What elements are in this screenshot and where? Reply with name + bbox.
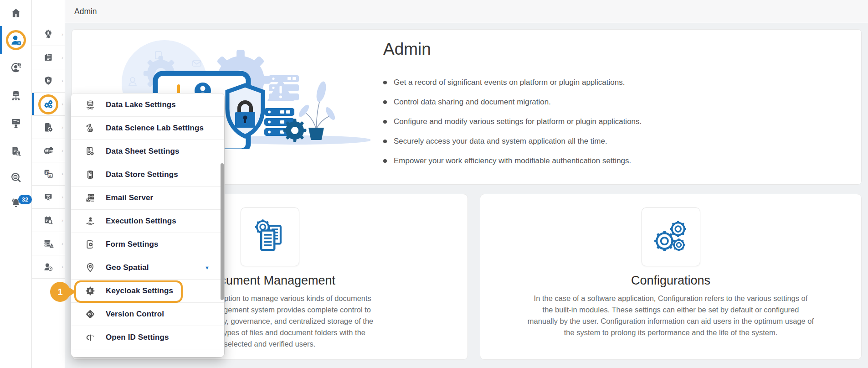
sidebar-item-language[interactable]: 3TA›	[32, 162, 65, 186]
partial-item-icon	[85, 355, 96, 357]
invoice-icon	[43, 52, 54, 63]
menu-item-keycloak-settings[interactable]: Keycloak Settings	[71, 280, 224, 303]
data-science-lab-icon	[85, 123, 96, 134]
sidebar-item-certificates[interactable]: ›	[32, 186, 65, 209]
menu-item-data-lake-settings[interactable]: Data Lake Settings	[71, 93, 224, 117]
step-badge: 1	[50, 282, 70, 302]
admin-page: Admin Admin Get a record of significant …	[0, 0, 868, 368]
chevron-right-icon: ›	[62, 55, 63, 60]
menu-item-label: Data Store Settings	[106, 170, 178, 179]
menu-item-label: Form Settings	[106, 240, 159, 249]
execution-settings-icon	[85, 216, 96, 227]
module-icon-tile	[241, 207, 299, 266]
keycloak-icon	[85, 285, 96, 296]
sidebar-item-home[interactable]	[0, 3, 32, 23]
chevron-down-icon[interactable]: ▼	[205, 265, 210, 270]
svg-text:A: A	[49, 174, 52, 178]
module-card-title: Configurations	[480, 274, 861, 288]
user-settings-icon	[10, 34, 22, 47]
menu-item-version-control[interactable]: Version Control	[71, 303, 224, 326]
menu-item-label: Data Sheet Settings	[106, 147, 180, 156]
module-icon-tile	[642, 207, 700, 266]
version-control-icon	[85, 309, 96, 320]
module-card-description: In the case of a software application, C…	[480, 293, 861, 338]
menu-item-open-id-settings[interactable]: Open ID Settings	[71, 326, 224, 349]
data-lake-icon	[85, 99, 96, 110]
sidebar-item-data-network[interactable]	[0, 86, 32, 106]
chevron-right-icon: ›	[62, 78, 63, 83]
chevron-right-icon: ›	[62, 194, 63, 200]
configurations-icon	[652, 218, 689, 256]
data-sheet-icon	[85, 146, 96, 157]
presentation-team-icon	[10, 117, 22, 129]
chevron-right-icon: ›	[62, 264, 63, 270]
description-line: manually by the user. Configuration info…	[480, 316, 861, 327]
database-search-icon	[10, 171, 22, 183]
data-store-icon	[85, 169, 96, 180]
page-title: Admin	[74, 0, 97, 23]
settings-gears-icon	[43, 98, 54, 109]
file-gear-icon	[43, 122, 54, 133]
menu-item-label: Keycloak Settings	[106, 286, 173, 295]
sidebar-item-user-settings[interactable]	[0, 30, 32, 50]
description-line: the built-in modules. These settings can…	[480, 304, 861, 316]
menu-item-geo-spatial[interactable]: Geo Spatial▼	[71, 256, 224, 280]
chevron-right-icon: ›	[62, 31, 63, 37]
user-info-icon	[10, 62, 22, 74]
chevron-right-icon: ›	[62, 101, 63, 107]
sidebar-item-billing[interactable]: ›	[32, 46, 65, 69]
form-settings-icon	[85, 239, 96, 250]
menu-item-label: Email Server	[106, 193, 153, 202]
sidebar-item-certified-user[interactable]: ›	[32, 23, 65, 46]
sidebar-item-document-audit[interactable]	[0, 141, 32, 161]
admin-feature-bullet: Configure and modify various settings fo…	[383, 112, 642, 131]
sidebar-item-security[interactable]: ›	[32, 69, 65, 93]
sidebar-item-user-activity[interactable]: ›	[32, 255, 65, 279]
shield-lock-icon	[43, 75, 54, 86]
admin-feature-bullet: Empower your work efficiency with modifi…	[383, 151, 642, 171]
home-icon	[10, 7, 22, 19]
description-line: the system to prolong its performance an…	[480, 327, 861, 338]
description-line: In the case of a software application, C…	[480, 293, 861, 304]
menu-item-partial[interactable]	[71, 349, 224, 357]
menu-item-data-sheet-settings[interactable]: Data Sheet Settings	[71, 140, 224, 163]
database-network-icon	[10, 90, 22, 102]
active-indicator-bar	[32, 93, 34, 115]
menu-item-execution-settings[interactable]: Execution Settings	[71, 210, 224, 233]
sidebar-item-data-transfer[interactable]: ›	[32, 139, 65, 162]
translate-icon: 3TA	[43, 168, 54, 179]
document-management-icon	[251, 218, 288, 256]
sidebar-item-server-alerts[interactable]: ›	[32, 232, 65, 255]
calendar-search-icon	[43, 215, 54, 226]
menu-item-label: Data Lake Settings	[106, 100, 176, 109]
primary-sidebar: 32	[0, 0, 32, 368]
certificate-user-icon	[43, 29, 54, 40]
menu-item-data-store-settings[interactable]: Data Store Settings	[71, 163, 224, 187]
sidebar-item-schedule-monitor[interactable]: ›	[32, 209, 65, 232]
menu-item-label: Geo Spatial	[106, 263, 149, 272]
menu-item-data-science-lab-settings[interactable]: Data Science Lab Settings	[71, 117, 224, 140]
sidebar-item-file-settings[interactable]: ›	[32, 116, 65, 139]
settings-dropdown-menu: Data Lake SettingsData Science Lab Setti…	[71, 93, 224, 357]
open-id-icon	[85, 332, 96, 343]
sidebar-item-user-info[interactable]	[0, 58, 32, 78]
sidebar-item-settings[interactable]: ›	[32, 93, 65, 116]
menu-item-label: Execution Settings	[106, 217, 176, 226]
menu-item-email-server[interactable]: Email Server	[71, 187, 224, 210]
sidebar-item-training-board[interactable]	[0, 113, 32, 133]
admin-feature-bullet: Get a record of significant events on pl…	[383, 73, 642, 92]
chevron-right-icon: ›	[62, 148, 63, 153]
server-alert-icon	[43, 238, 54, 249]
admin-feature-bullet: Control data sharing and document migrat…	[383, 92, 642, 112]
module-card-configurations[interactable]: ConfigurationsIn the case of a software …	[480, 194, 862, 360]
menu-item-label: Open ID Settings	[106, 333, 169, 342]
document-search-icon	[10, 145, 22, 157]
sidebar-item-data-search[interactable]	[0, 167, 32, 187]
top-bar: Admin	[65, 0, 868, 23]
menu-scrollbar-thumb[interactable]	[221, 163, 224, 300]
chevron-right-icon: ›	[62, 124, 63, 130]
user-clock-icon	[43, 261, 54, 272]
chevron-right-icon: ›	[62, 241, 63, 246]
menu-item-form-settings[interactable]: Form Settings	[71, 233, 224, 256]
geo-spatial-icon	[85, 262, 96, 273]
